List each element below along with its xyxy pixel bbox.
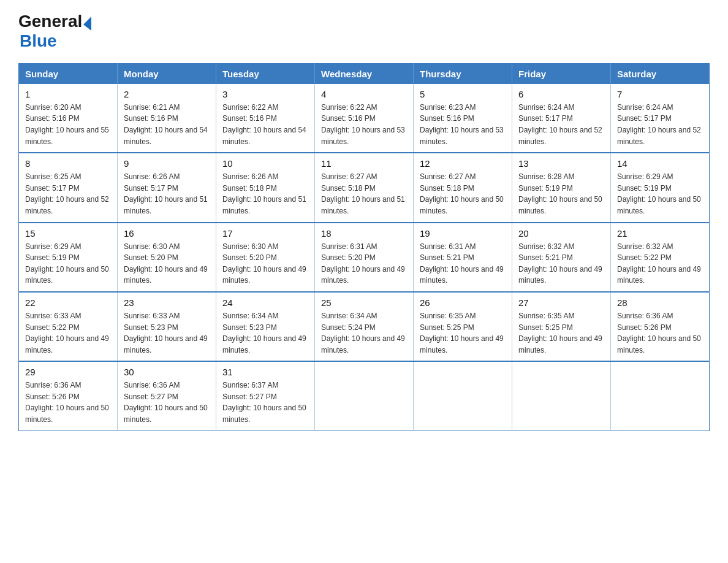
- day-info: Sunrise: 6:23 AM Sunset: 5:16 PM Dayligh…: [420, 102, 506, 147]
- calendar-cell: 11 Sunrise: 6:27 AM Sunset: 5:18 PM Dayl…: [315, 153, 414, 222]
- calendar-cell: 10 Sunrise: 6:26 AM Sunset: 5:18 PM Dayl…: [216, 153, 315, 222]
- calendar-cell: 18 Sunrise: 6:31 AM Sunset: 5:20 PM Dayl…: [315, 223, 414, 292]
- calendar-cell: 19 Sunrise: 6:31 AM Sunset: 5:21 PM Dayl…: [414, 223, 512, 292]
- calendar-cell: 12 Sunrise: 6:27 AM Sunset: 5:18 PM Dayl…: [414, 153, 512, 222]
- day-number: 20: [518, 228, 604, 239]
- day-info: Sunrise: 6:34 AM Sunset: 5:23 PM Dayligh…: [222, 310, 308, 356]
- calendar-week-row: 1 Sunrise: 6:20 AM Sunset: 5:16 PM Dayli…: [19, 84, 710, 153]
- day-number: 12: [420, 158, 506, 169]
- day-number: 25: [321, 297, 407, 308]
- day-number: 8: [25, 158, 111, 169]
- day-number: 26: [420, 297, 506, 308]
- calendar-cell: 15 Sunrise: 6:29 AM Sunset: 5:19 PM Dayl…: [19, 223, 118, 292]
- day-number: 10: [222, 158, 308, 169]
- calendar-cell: 1 Sunrise: 6:20 AM Sunset: 5:16 PM Dayli…: [19, 84, 118, 153]
- calendar-cell: 17 Sunrise: 6:30 AM Sunset: 5:20 PM Dayl…: [216, 223, 315, 292]
- day-number: 7: [617, 89, 703, 99]
- calendar-cell: [512, 361, 611, 431]
- day-number: 21: [617, 228, 703, 239]
- calendar-week-row: 15 Sunrise: 6:29 AM Sunset: 5:19 PM Dayl…: [19, 223, 710, 292]
- day-number: 6: [518, 89, 604, 99]
- day-info: Sunrise: 6:21 AM Sunset: 5:16 PM Dayligh…: [124, 102, 210, 147]
- calendar-cell: 25 Sunrise: 6:34 AM Sunset: 5:24 PM Dayl…: [315, 292, 414, 361]
- calendar-cell: 24 Sunrise: 6:34 AM Sunset: 5:23 PM Dayl…: [216, 292, 315, 361]
- calendar-cell: 29 Sunrise: 6:36 AM Sunset: 5:26 PM Dayl…: [19, 361, 118, 431]
- logo: General Blue: [18, 12, 91, 51]
- day-number: 14: [617, 158, 703, 169]
- calendar-cell: 5 Sunrise: 6:23 AM Sunset: 5:16 PM Dayli…: [414, 84, 512, 153]
- calendar-header-row: SundayMondayTuesdayWednesdayThursdayFrid…: [19, 63, 710, 84]
- logo-general: General: [18, 12, 82, 31]
- weekday-header-friday: Friday: [512, 63, 611, 84]
- day-info: Sunrise: 6:31 AM Sunset: 5:20 PM Dayligh…: [321, 241, 407, 286]
- day-info: Sunrise: 6:28 AM Sunset: 5:19 PM Dayligh…: [518, 171, 604, 216]
- day-number: 2: [124, 89, 210, 99]
- day-info: Sunrise: 6:33 AM Sunset: 5:22 PM Dayligh…: [25, 310, 111, 356]
- calendar-cell: 7 Sunrise: 6:24 AM Sunset: 5:17 PM Dayli…: [611, 84, 710, 153]
- weekday-header-thursday: Thursday: [414, 63, 512, 84]
- day-number: 23: [124, 297, 210, 308]
- day-number: 18: [321, 228, 407, 239]
- calendar-cell: 9 Sunrise: 6:26 AM Sunset: 5:17 PM Dayli…: [118, 153, 216, 222]
- calendar-cell: 2 Sunrise: 6:21 AM Sunset: 5:16 PM Dayli…: [118, 84, 216, 153]
- calendar-cell: 23 Sunrise: 6:33 AM Sunset: 5:23 PM Dayl…: [118, 292, 216, 361]
- day-info: Sunrise: 6:27 AM Sunset: 5:18 PM Dayligh…: [420, 171, 506, 216]
- day-info: Sunrise: 6:35 AM Sunset: 5:25 PM Dayligh…: [518, 310, 604, 356]
- day-info: Sunrise: 6:30 AM Sunset: 5:20 PM Dayligh…: [124, 241, 210, 286]
- day-info: Sunrise: 6:24 AM Sunset: 5:17 PM Dayligh…: [617, 102, 703, 147]
- calendar-cell: 30 Sunrise: 6:36 AM Sunset: 5:27 PM Dayl…: [118, 361, 216, 431]
- day-number: 22: [25, 297, 111, 308]
- day-info: Sunrise: 6:36 AM Sunset: 5:26 PM Dayligh…: [617, 310, 703, 356]
- day-number: 31: [222, 367, 308, 377]
- day-info: Sunrise: 6:22 AM Sunset: 5:16 PM Dayligh…: [222, 102, 308, 147]
- logo-blue: Blue: [20, 31, 91, 51]
- day-info: Sunrise: 6:24 AM Sunset: 5:17 PM Dayligh…: [518, 102, 604, 147]
- calendar-cell: 16 Sunrise: 6:30 AM Sunset: 5:20 PM Dayl…: [118, 223, 216, 292]
- day-number: 30: [124, 367, 210, 377]
- day-info: Sunrise: 6:34 AM Sunset: 5:24 PM Dayligh…: [321, 310, 407, 356]
- day-info: Sunrise: 6:20 AM Sunset: 5:16 PM Dayligh…: [25, 102, 111, 147]
- day-info: Sunrise: 6:32 AM Sunset: 5:22 PM Dayligh…: [617, 241, 703, 286]
- weekday-header-sunday: Sunday: [19, 63, 118, 84]
- day-info: Sunrise: 6:29 AM Sunset: 5:19 PM Dayligh…: [617, 171, 703, 216]
- day-info: Sunrise: 6:33 AM Sunset: 5:23 PM Dayligh…: [124, 310, 210, 356]
- calendar-cell: 27 Sunrise: 6:35 AM Sunset: 5:25 PM Dayl…: [512, 292, 611, 361]
- calendar-cell: 3 Sunrise: 6:22 AM Sunset: 5:16 PM Dayli…: [216, 84, 315, 153]
- day-number: 11: [321, 158, 407, 169]
- day-info: Sunrise: 6:37 AM Sunset: 5:27 PM Dayligh…: [222, 380, 308, 425]
- day-info: Sunrise: 6:26 AM Sunset: 5:18 PM Dayligh…: [222, 171, 308, 216]
- weekday-header-wednesday: Wednesday: [315, 63, 414, 84]
- calendar-cell: 26 Sunrise: 6:35 AM Sunset: 5:25 PM Dayl…: [414, 292, 512, 361]
- day-info: Sunrise: 6:36 AM Sunset: 5:27 PM Dayligh…: [124, 380, 210, 425]
- day-info: Sunrise: 6:22 AM Sunset: 5:16 PM Dayligh…: [321, 102, 407, 147]
- calendar-cell: [414, 361, 512, 431]
- calendar-cell: 4 Sunrise: 6:22 AM Sunset: 5:16 PM Dayli…: [315, 84, 414, 153]
- calendar-week-row: 8 Sunrise: 6:25 AM Sunset: 5:17 PM Dayli…: [19, 153, 710, 222]
- calendar-week-row: 22 Sunrise: 6:33 AM Sunset: 5:22 PM Dayl…: [19, 292, 710, 361]
- day-number: 13: [518, 158, 604, 169]
- calendar-cell: 6 Sunrise: 6:24 AM Sunset: 5:17 PM Dayli…: [512, 84, 611, 153]
- day-number: 24: [222, 297, 308, 308]
- calendar-cell: 31 Sunrise: 6:37 AM Sunset: 5:27 PM Dayl…: [216, 361, 315, 431]
- page-header: General Blue: [18, 12, 710, 51]
- day-number: 9: [124, 158, 210, 169]
- calendar-cell: 21 Sunrise: 6:32 AM Sunset: 5:22 PM Dayl…: [611, 223, 710, 292]
- day-info: Sunrise: 6:26 AM Sunset: 5:17 PM Dayligh…: [124, 171, 210, 216]
- calendar-cell: 8 Sunrise: 6:25 AM Sunset: 5:17 PM Dayli…: [19, 153, 118, 222]
- day-number: 16: [124, 228, 210, 239]
- day-number: 19: [420, 228, 506, 239]
- day-number: 3: [222, 89, 308, 99]
- calendar-cell: 20 Sunrise: 6:32 AM Sunset: 5:21 PM Dayl…: [512, 223, 611, 292]
- weekday-header-tuesday: Tuesday: [216, 63, 315, 84]
- day-info: Sunrise: 6:36 AM Sunset: 5:26 PM Dayligh…: [25, 380, 111, 425]
- calendar-week-row: 29 Sunrise: 6:36 AM Sunset: 5:26 PM Dayl…: [19, 361, 710, 431]
- day-number: 17: [222, 228, 308, 239]
- day-number: 27: [518, 297, 604, 308]
- weekday-header-saturday: Saturday: [611, 63, 710, 84]
- weekday-header-monday: Monday: [118, 63, 216, 84]
- day-number: 15: [25, 228, 111, 239]
- day-info: Sunrise: 6:27 AM Sunset: 5:18 PM Dayligh…: [321, 171, 407, 216]
- calendar-table: SundayMondayTuesdayWednesdayThursdayFrid…: [18, 63, 710, 431]
- day-info: Sunrise: 6:25 AM Sunset: 5:17 PM Dayligh…: [25, 171, 111, 216]
- calendar-cell: 22 Sunrise: 6:33 AM Sunset: 5:22 PM Dayl…: [19, 292, 118, 361]
